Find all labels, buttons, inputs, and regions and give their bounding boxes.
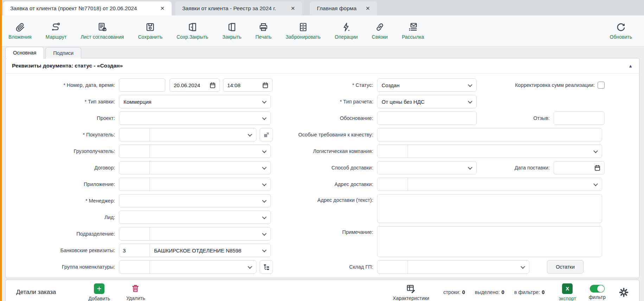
contract-code-field[interactable] bbox=[119, 161, 150, 174]
consignee-code-field[interactable] bbox=[119, 145, 150, 158]
row-request-type: * Тип заявки: Коммерция bbox=[9, 95, 291, 108]
consignee-dropdown[interactable] bbox=[150, 145, 270, 158]
lightning-icon bbox=[341, 22, 351, 32]
request-type-dropdown[interactable]: Коммерция bbox=[119, 95, 271, 108]
button-label: фильтр bbox=[589, 294, 606, 300]
manager-dropdown[interactable] bbox=[119, 194, 271, 207]
links-button[interactable]: Связки bbox=[372, 22, 388, 40]
paperclip-icon bbox=[15, 22, 25, 32]
annex-code-field[interactable] bbox=[119, 178, 150, 191]
field-label: * Тип заявки: bbox=[9, 99, 119, 104]
close-button[interactable]: Закрыть bbox=[222, 22, 241, 40]
chevron-down-icon bbox=[521, 264, 525, 269]
lead-dropdown[interactable] bbox=[119, 211, 271, 224]
logistics-code-field[interactable] bbox=[377, 145, 408, 158]
chevron-down-icon bbox=[262, 115, 267, 120]
floppy-save-icon bbox=[145, 22, 155, 32]
document-date-picker[interactable]: 20.06.2024 bbox=[170, 78, 220, 92]
logistics-dropdown[interactable] bbox=[408, 145, 602, 158]
export-excel-button[interactable]: X экспорт bbox=[559, 283, 576, 301]
row-note: Примечание: bbox=[291, 226, 605, 257]
delivery-address-textarea[interactable] bbox=[377, 194, 602, 223]
add-row-button[interactable]: Добавить bbox=[88, 283, 110, 301]
button-label: экспорт bbox=[559, 296, 576, 301]
justification-input[interactable] bbox=[377, 111, 477, 125]
approval-sheet-button[interactable]: Лист согласования bbox=[81, 22, 124, 40]
chevron-down-icon bbox=[593, 181, 598, 186]
refresh-button[interactable]: Обновить bbox=[610, 22, 632, 40]
delivery-date-picker[interactable] bbox=[554, 161, 605, 174]
field-label: * Менеджер: bbox=[9, 198, 119, 204]
collapse-arrow-icon[interactable]: ▲ bbox=[628, 63, 633, 69]
field-label: Обоснование: bbox=[291, 115, 377, 121]
review-input[interactable] bbox=[554, 111, 605, 125]
field-label: Способ доставки: bbox=[291, 165, 377, 171]
toggle-on-icon[interactable] bbox=[590, 285, 605, 293]
buyer-code-field[interactable] bbox=[119, 128, 150, 141]
save-close-button[interactable]: Сохр.Закрыть bbox=[177, 22, 208, 40]
delivery-address-dropdown[interactable] bbox=[408, 178, 602, 191]
tab-requests-registry[interactable]: Заявки от клиента - Реестр за 2024 г. ✕ bbox=[175, 1, 302, 15]
row-annex: Приложение: bbox=[9, 178, 291, 191]
delivery-address-code-field[interactable] bbox=[377, 178, 408, 191]
nomenclature-code-field[interactable] bbox=[119, 261, 150, 273]
bank-code-input[interactable] bbox=[119, 244, 150, 257]
correction-checkbox[interactable] bbox=[598, 82, 605, 89]
toolbar: Вложения Маршрут Лист согласования Сохра… bbox=[0, 15, 644, 46]
chevron-down-icon bbox=[248, 132, 252, 136]
department-code-field[interactable] bbox=[119, 228, 150, 240]
mailing-button[interactable]: Рассылка bbox=[402, 22, 424, 40]
tab-close-icon[interactable]: ✕ bbox=[291, 5, 295, 12]
tab-label: Заявка от клиента (проект №77018) от 20.… bbox=[10, 5, 137, 12]
field-label: * Статус: bbox=[291, 82, 377, 88]
delete-row-button[interactable]: Удалить bbox=[126, 284, 145, 301]
open-buyer-card-button[interactable] bbox=[260, 128, 273, 141]
calendar-icon bbox=[594, 165, 601, 171]
field-label: Отзыв: bbox=[533, 115, 554, 121]
warehouse-code-field[interactable] bbox=[377, 261, 408, 273]
tab-signatures[interactable]: Подписи bbox=[45, 47, 81, 58]
row-warehouse: Склад ГП: Остатки bbox=[291, 260, 605, 274]
warehouse-dropdown[interactable] bbox=[408, 261, 529, 273]
panel-title: Реквизиты документа: статус - «Создан» bbox=[12, 63, 123, 69]
route-button[interactable]: Маршрут bbox=[46, 22, 67, 40]
tab-close-icon[interactable]: ✕ bbox=[366, 5, 370, 12]
requisites-form: * Номер, дата, время: 20.06.2024 14:08 *… bbox=[6, 73, 639, 277]
status-dropdown[interactable]: Создан bbox=[377, 78, 477, 92]
project-dropdown[interactable] bbox=[119, 111, 271, 125]
row-delivery-address-text: Адрес доставки (текст): bbox=[291, 194, 605, 223]
tab-close-icon[interactable]: ✕ bbox=[160, 5, 165, 12]
nomenclature-dropdown[interactable] bbox=[150, 261, 256, 273]
print-button[interactable]: Печать bbox=[255, 22, 272, 40]
department-dropdown[interactable] bbox=[150, 228, 270, 240]
application-window: Заявка от клиента (проект №77018) от 20.… bbox=[0, 0, 644, 301]
delivery-address-combo bbox=[377, 178, 602, 191]
door-save-icon bbox=[187, 22, 197, 32]
tab-main[interactable]: Основная bbox=[5, 47, 44, 58]
door-icon bbox=[227, 22, 237, 32]
approval-sheet-icon bbox=[97, 22, 107, 32]
characteristics-button[interactable]: Характеристики bbox=[393, 284, 429, 301]
buyer-dropdown[interactable] bbox=[150, 128, 256, 141]
filter-toggle-button[interactable]: фильтр bbox=[589, 285, 606, 300]
remains-button[interactable]: Остатки bbox=[547, 260, 584, 274]
bank-details-dropdown[interactable]: БАШКИРСКОЕ ОТДЕЛЕНИЕ N8598 bbox=[150, 244, 270, 257]
chevron-down-icon bbox=[262, 198, 267, 203]
save-button[interactable]: Сохранить bbox=[138, 22, 162, 40]
calc-type-dropdown[interactable]: От цены без НДС bbox=[377, 95, 477, 108]
delivery-method-dropdown[interactable] bbox=[377, 161, 477, 174]
reserve-button[interactable]: Забронировать bbox=[286, 22, 320, 40]
nomenclature-tree-button[interactable] bbox=[260, 260, 273, 274]
quality-requirements-input[interactable] bbox=[377, 128, 602, 141]
attachments-button[interactable]: Вложения bbox=[8, 22, 32, 40]
tab-main-form[interactable]: Главная форма ✕ bbox=[310, 1, 377, 15]
annex-dropdown[interactable] bbox=[150, 178, 270, 191]
operations-button[interactable]: Операции bbox=[335, 22, 358, 40]
note-textarea[interactable] bbox=[377, 226, 602, 257]
tab-request-document[interactable]: Заявка от клиента (проект №77018) от 20.… bbox=[3, 1, 172, 15]
settings-gear-button[interactable] bbox=[619, 288, 629, 297]
contract-dropdown[interactable] bbox=[150, 161, 270, 174]
form-column-left: * Номер, дата, время: 20.06.2024 14:08 *… bbox=[9, 78, 291, 277]
document-number-input[interactable] bbox=[119, 78, 165, 92]
document-time-picker[interactable]: 14:08 bbox=[223, 78, 273, 92]
